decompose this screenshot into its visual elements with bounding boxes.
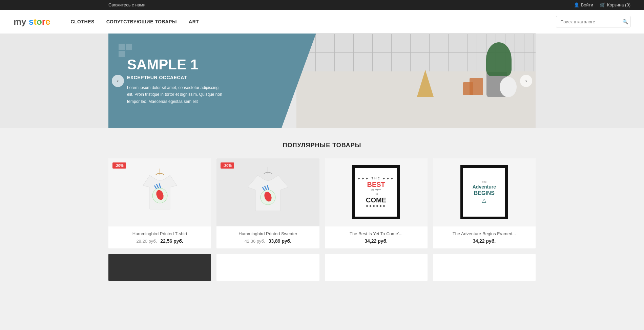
product-img-2 <box>216 158 319 226</box>
product-price-4: 34,22 руб. <box>438 238 530 244</box>
hero-slider: SAMPLE 1 EXCEPTEUR OCCAECAT Lorem ipsum … <box>0 34 644 128</box>
hero-photo <box>296 34 536 128</box>
product-price-2: 42,36 руб. 33,89 руб. <box>222 238 314 244</box>
product-info-2: Hummingbird Printed Sweater 42,36 руб. 3… <box>216 226 319 248</box>
sweater-svg <box>246 167 290 218</box>
product-card-1[interactable]: -20% Hummingbird Printed T-shirt <box>108 158 211 248</box>
art-bottom: ◆◆◆◆◆◆ <box>357 204 394 208</box>
contact-label: Свяжитесь с нами <box>108 2 146 7</box>
hero-next-button[interactable]: › <box>520 75 532 87</box>
tshirt-svg-1 <box>140 169 180 216</box>
art-frame-3: ►►► THE ►►► BEST IS YET TO COME ◆◆◆◆◆◆ <box>352 165 400 219</box>
old-price-1: 28,20 руб. <box>136 239 157 244</box>
art-is: IS YET <box>357 189 394 192</box>
person-icon: 👤 <box>574 2 579 7</box>
hero-desc: Lorem ipsum dolor sit amet, consectetur … <box>127 84 225 105</box>
hero-subtitle: EXCEPTEUR OCCAECAT <box>127 75 225 80</box>
svg-rect-1 <box>126 44 132 50</box>
product-badge-2: -20% <box>221 162 234 169</box>
bottom-stub-4 <box>433 254 536 281</box>
hero-prev-button[interactable]: ‹ <box>112 75 124 87</box>
product-card-4[interactable]: - - - - - - - - - The Adventure BEGINS △… <box>433 158 536 248</box>
art-best-word: BEST <box>357 180 394 189</box>
art-begins-word: BEGINS <box>473 190 496 197</box>
header: my store CLOTHES СОПУТСТВУЮЩИЕ ТОВАРЫ AR… <box>0 10 644 34</box>
product-name-1: Hummingbird Printed T-shirt <box>114 231 206 236</box>
product-card-2[interactable]: -20% Hummingbird Printed Sweater <box>216 158 319 248</box>
nav-clothes[interactable]: CLOTHES <box>70 19 94 24</box>
hero-title: SAMPLE 1 <box>127 57 225 73</box>
bottom-stub-1 <box>108 254 211 281</box>
hero-decor-icon <box>119 44 132 59</box>
product-name-2: Hummingbird Printed Sweater <box>222 231 314 236</box>
main-nav: CLOTHES СОПУТСТВУЮЩИЕ ТОВАРЫ ART <box>70 19 199 24</box>
login-link[interactable]: 👤 Войти <box>574 2 593 7</box>
header-left: my store CLOTHES СОПУТСТВУЮЩИЕ ТОВАРЫ AR… <box>14 17 199 27</box>
search-input[interactable] <box>556 17 619 27</box>
product-img-4: - - - - - - - - - The Adventure BEGINS △… <box>433 158 536 226</box>
logo[interactable]: my store <box>14 17 50 27</box>
products-grid: -20% Hummingbird Printed T-shirt <box>108 158 536 248</box>
product-card-3[interactable]: ►►► THE ►►► BEST IS YET TO COME ◆◆◆◆◆◆ T… <box>325 158 428 248</box>
nav-accessories[interactable]: СОПУТСТВУЮЩИЕ ТОВАРЫ <box>106 19 177 24</box>
product-price-1: 28,20 руб. 22,56 руб. <box>114 238 206 244</box>
top-bar-right: 👤 Войти 🛒 Корзина (0) <box>574 2 630 7</box>
old-price-2: 42,36 руб. <box>245 239 265 244</box>
products-section-title: ПОПУЛЯРНЫЕ ТОВАРЫ <box>108 142 536 149</box>
logo-my: my <box>14 17 29 27</box>
products-section: ПОПУЛЯРНЫЕ ТОВАРЫ -20% <box>0 128 644 294</box>
product-info-3: The Best Is Yet To Come'... 34,22 руб. <box>325 226 428 248</box>
product-info-4: The Adventure Begins Framed... 34,22 руб… <box>433 226 536 248</box>
product-name-4: The Adventure Begins Framed... <box>438 231 530 236</box>
svg-rect-0 <box>119 44 125 50</box>
art-bot: - - - - - - - - - <box>473 204 496 207</box>
product-img-1 <box>108 158 211 226</box>
art-the: ►►► THE ►►► <box>357 177 394 180</box>
product-price-3: 34,22 руб. <box>330 238 422 244</box>
products-bottom-row <box>108 254 536 281</box>
new-price-1: 22,56 руб. <box>160 238 183 244</box>
search-button[interactable]: 🔍 <box>619 16 630 27</box>
cart-icon: 🛒 <box>600 2 605 7</box>
search-icon: 🔍 <box>622 19 628 24</box>
product-img-3: ►►► THE ►►► BEST IS YET TO COME ◆◆◆◆◆◆ <box>325 158 428 226</box>
bottom-stub-3 <box>325 254 428 281</box>
decor-white-pot <box>500 77 517 97</box>
art-frame-4: - - - - - - - - - The Adventure BEGINS △… <box>460 165 508 219</box>
decor-plant <box>486 42 512 76</box>
art-adventure-word: Adventure <box>473 184 496 190</box>
svg-rect-2 <box>119 51 125 57</box>
hero-content: SAMPLE 1 EXCEPTEUR OCCAECAT Lorem ipsum … <box>127 57 225 105</box>
svg-rect-3 <box>126 51 132 57</box>
new-price-2: 33,89 руб. <box>268 238 291 244</box>
hero-inner: SAMPLE 1 EXCEPTEUR OCCAECAT Lorem ipsum … <box>108 34 536 128</box>
product-name-3: The Best Is Yet To Come'... <box>330 231 422 236</box>
new-price-3: 34,22 руб. <box>365 238 388 244</box>
cart-link[interactable]: 🛒 Корзина (0) <box>600 2 630 7</box>
art-the3: The <box>473 180 496 184</box>
nav-art[interactable]: ART <box>189 19 199 24</box>
new-price-4: 34,22 руб. <box>473 238 496 244</box>
top-bar: Свяжитесь с нами 👤 Войти 🛒 Корзина (0) <box>0 0 644 10</box>
search-box: 🔍 <box>556 16 630 27</box>
product-badge-1: -20% <box>112 162 126 169</box>
decor-candle2 <box>463 82 473 95</box>
art-come: COME <box>357 196 394 204</box>
art-the2: - - - - - - - - - <box>473 177 496 180</box>
bottom-stub-2 <box>216 254 319 281</box>
product-info-1: Hummingbird Printed T-shirt 28,20 руб. 2… <box>108 226 211 248</box>
art-to: TO <box>357 192 394 196</box>
